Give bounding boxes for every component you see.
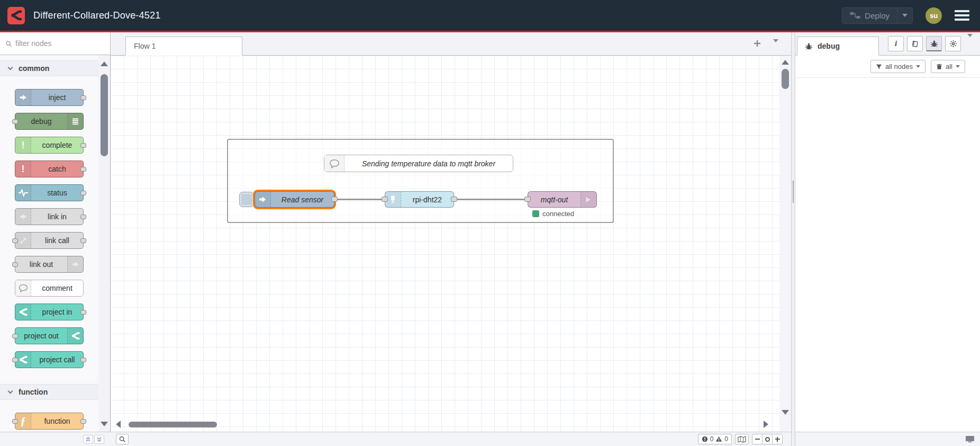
output-port [80, 215, 86, 219]
filter-label: all nodes [885, 63, 913, 70]
inject-trigger-button[interactable] [239, 192, 254, 207]
info-icon: i [895, 39, 897, 48]
tab-debug[interactable]: debug [797, 37, 879, 56]
flow-tab-label: Flow 1 [134, 42, 156, 50]
sidebar-tabs-menu-button[interactable] [967, 37, 973, 47]
palette-node-comment[interactable]: comment [15, 280, 84, 297]
flow-list-button[interactable] [773, 42, 778, 52]
node-read-sensor[interactable]: Read sensor [255, 191, 334, 208]
palette-node-label: project in [15, 304, 83, 320]
collapse-all-categories-button[interactable] [83, 435, 93, 444]
input-port [12, 238, 18, 243]
panel-resize-divider[interactable] [791, 32, 795, 446]
user-avatar[interactable]: su [925, 7, 942, 24]
scrollbar-thumb[interactable] [129, 422, 217, 427]
output-port[interactable] [451, 197, 457, 202]
node-label: mqtt-out [528, 192, 596, 207]
zoom-in-button[interactable] [772, 434, 783, 444]
debug-tab-button[interactable] [926, 36, 942, 51]
node-status: connected [532, 210, 574, 218]
scroll-up-arrow[interactable] [101, 61, 108, 66]
scroll-down-arrow[interactable] [782, 410, 789, 415]
node-rpi-dht22[interactable]: rpi-dht22 [385, 191, 454, 208]
deploy-label: Deploy [865, 11, 890, 20]
scroll-left-arrow[interactable] [116, 421, 121, 428]
bug-icon [805, 42, 813, 50]
palette-node-link-in[interactable]: link in [15, 208, 84, 225]
category-label: function [19, 388, 48, 396]
book-icon [911, 40, 919, 48]
debug-toolbar: all nodes all [795, 56, 980, 78]
canvas-search-button[interactable] [116, 434, 129, 444]
node-red-editor: Different-Collared-Dove-4521 Deploy su [0, 0, 980, 446]
zoom-reset-button[interactable] [762, 434, 773, 444]
trash-icon [936, 64, 942, 70]
output-port[interactable] [331, 197, 338, 202]
workspace-tabbar: Flow 1 [111, 32, 791, 56]
config-tab-button[interactable] [945, 36, 961, 51]
input-port[interactable] [524, 197, 531, 202]
sidebar-tab-label: debug [818, 42, 840, 50]
search-icon [5, 40, 12, 47]
palette-node-link-call[interactable]: link call [15, 232, 84, 249]
scrollbar-thumb[interactable] [101, 74, 108, 156]
input-port [12, 119, 18, 124]
expand-all-categories-button[interactable] [94, 435, 104, 444]
palette-node-catch[interactable]: ! catch [15, 160, 84, 177]
palette-scrollbar[interactable] [98, 55, 110, 432]
input-port [12, 419, 18, 424]
scroll-up-arrow[interactable] [782, 60, 789, 65]
warning-count: 0 [724, 435, 728, 443]
wires [111, 56, 791, 432]
palette-filter [0, 32, 110, 55]
add-flow-button[interactable] [753, 39, 761, 48]
palette-node-complete[interactable]: ! complete [15, 137, 84, 154]
flow-canvas[interactable]: Sending temperature data to mqtt broker … [111, 56, 791, 432]
palette-node-project-in[interactable]: project in [15, 304, 84, 320]
input-port[interactable] [382, 197, 388, 202]
debug-clear-button[interactable]: all [931, 60, 965, 73]
tab-flow-1[interactable]: Flow 1 [125, 37, 242, 56]
palette-node-label: comment [15, 280, 83, 296]
palette-node-project-out[interactable]: project out [15, 327, 84, 344]
node-mqtt-out[interactable]: mqtt-out [528, 191, 597, 208]
output-port [80, 358, 86, 362]
comment-node[interactable]: Sending temperature data to mqtt broker [324, 155, 513, 172]
palette-node-inject[interactable]: inject [15, 89, 84, 106]
chevron-down-icon [8, 389, 13, 394]
palette-node-debug[interactable]: debug [15, 113, 84, 130]
scroll-right-arrow[interactable] [764, 421, 768, 428]
palette-node-function[interactable]: ƒ function [15, 413, 84, 430]
sidebar-tabbar: debug i [795, 32, 980, 56]
palette-node-project-call[interactable]: project call [15, 351, 84, 368]
palette-filter-input[interactable] [15, 39, 95, 48]
deploy-button[interactable]: Deploy [842, 7, 913, 24]
warning-icon [715, 436, 722, 442]
node-palette: common inject debug ! complete [0, 32, 111, 446]
deploy-options-caret[interactable] [897, 8, 912, 23]
scrollbar-thumb[interactable] [782, 69, 789, 89]
palette-category-common[interactable]: common [0, 60, 98, 76]
palette-node-label: project call [15, 352, 83, 368]
sidebar: debug i all nodes [795, 32, 980, 446]
info-tab-button[interactable]: i [888, 36, 904, 51]
navigator-button[interactable] [735, 434, 749, 444]
open-in-window-button[interactable] [965, 435, 975, 443]
output-port [80, 143, 86, 148]
canvas-footer: 0 0 [111, 432, 791, 446]
canvas-horizontal-scrollbar[interactable] [111, 421, 791, 428]
palette-node-link-out[interactable]: link out [15, 256, 84, 273]
output-port [80, 191, 86, 195]
debug-filter-button[interactable]: all nodes [870, 60, 925, 73]
main-menu-button[interactable] [955, 10, 969, 21]
zoom-out-button[interactable] [752, 434, 763, 444]
error-count: 0 [710, 435, 714, 443]
palette-category-function[interactable]: function [0, 384, 98, 400]
palette-node-status[interactable]: status [15, 184, 84, 201]
header: Different-Collared-Dove-4521 Deploy su [0, 0, 980, 31]
divider-grip[interactable] [793, 181, 794, 203]
notification-counts[interactable]: 0 0 [698, 434, 732, 444]
canvas-vertical-scrollbar[interactable] [779, 56, 791, 432]
help-tab-button[interactable] [907, 36, 923, 51]
scroll-down-arrow[interactable] [101, 422, 108, 426]
